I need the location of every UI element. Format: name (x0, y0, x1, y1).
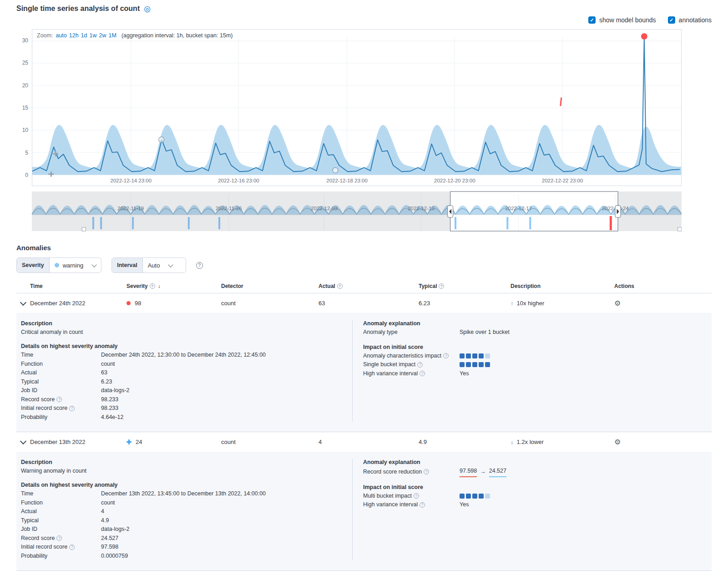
svg-text:2022-12-20 23:00: 2022-12-20 23:00 (434, 178, 475, 183)
detail-value: 98.233 (101, 395, 118, 404)
col-actual[interactable]: Actual ? (318, 283, 419, 289)
chevron-down-icon (20, 299, 26, 306)
zoom-link-1w[interactable]: 1w (90, 32, 97, 39)
help-icon[interactable]: ? (196, 262, 203, 269)
checkbox-checked-icon[interactable]: ✓ (668, 16, 675, 24)
main-chart-svg[interactable]: 2022-12-14 23:002022-12-16 23:002022-12-… (32, 30, 681, 186)
metric-viewer-icon: ◎ (144, 5, 151, 13)
actions-gear-icon[interactable]: ⚙ (608, 439, 621, 446)
info-icon: ? (417, 362, 423, 368)
anomaly-row[interactable]: December 24th 2022 98 count 63 6.23 ↑ 10… (16, 293, 712, 313)
collapse-row-button[interactable] (19, 438, 27, 445)
detail-label: Initial record score (21, 543, 67, 552)
aggregation-info: (aggregation interval: 1h, bucket span: … (121, 32, 233, 39)
zoom-links: auto12h1d1w2w1M (56, 32, 118, 39)
chevron-down-icon (92, 262, 97, 267)
details-heading: Details on highest severity anomaly (21, 482, 341, 488)
anomaly-explanation-heading: Anomaly explanation (363, 320, 705, 327)
detail-value: Yes (460, 500, 469, 509)
chart-area: 051015202530 Zoom: auto12h1d1w2w1M (aggr… (32, 29, 682, 232)
info-icon: ? (420, 502, 425, 508)
severity-filter[interactable]: Severity warning (16, 257, 101, 273)
detail-value: 4.9 (101, 516, 109, 525)
detail-value: 24.527 (101, 534, 118, 543)
severity-filter-value: warning (63, 262, 84, 269)
annotations-toggle[interactable]: ✓ annotations (668, 16, 712, 24)
context-chart-svg[interactable]: 2022-11-192022-11-262022-12-032022-12-10… (32, 191, 682, 232)
actual-value: 63 (318, 300, 419, 307)
detail-value: Yes (460, 369, 469, 378)
detail-label: Record score reduction (363, 468, 422, 477)
zoom-link-1d[interactable]: 1d (81, 32, 87, 39)
detail-label: Record score (21, 534, 55, 543)
info-icon: ? (420, 371, 425, 376)
detail-value: Spike over 1 bucket (460, 328, 510, 337)
checkbox-checked-icon[interactable]: ✓ (588, 16, 596, 24)
detail-value: 97.598 (101, 543, 118, 552)
sort-descending-icon: ↓ (158, 283, 161, 289)
typical-value: 6.23 (419, 300, 511, 307)
col-time[interactable]: Time (30, 283, 126, 289)
detail-value: December 24th 2022, 12:30:00 to December… (101, 351, 266, 360)
svg-text:2022-12-17: 2022-12-17 (505, 206, 532, 211)
zoom-link-2w[interactable]: 2w (99, 32, 106, 39)
detail-value: December 13th 2022, 13:45:00 to December… (101, 489, 266, 499)
detail-label: Typical (21, 378, 101, 387)
anomalies-table-header: Time Severity ? ↓ Detector Actual ? Typi… (16, 279, 712, 293)
interval-filter-label: Interval (112, 258, 142, 272)
interval-filter[interactable]: Interval Auto (111, 257, 186, 273)
timeseries-chart[interactable]: Zoom: auto12h1d1w2w1M (aggregation inter… (32, 29, 682, 186)
detail-label: Initial record score (21, 404, 67, 413)
actual-value: 4 (318, 439, 419, 445)
anomaly-description: 1.2x lower (517, 439, 544, 445)
severity-filter-label: Severity (17, 258, 50, 272)
zoom-label: Zoom: (37, 32, 53, 39)
detail-label: Record score (21, 395, 55, 404)
chevron-down-icon (20, 438, 26, 444)
col-detector[interactable]: Detector (221, 283, 318, 289)
detail-value: 0.0000759 (101, 552, 128, 561)
svg-text:2022-12-22 23:00: 2022-12-22 23:00 (542, 178, 583, 183)
zoom-link-auto[interactable]: auto (56, 32, 66, 39)
interval-filter-value: Auto (148, 262, 160, 269)
check-icon: ✓ (669, 17, 673, 23)
col-typical[interactable]: Typical ? (419, 283, 511, 289)
info-icon: ? (69, 545, 75, 550)
y-axis-label: 20 (16, 82, 28, 89)
single-metric-viewer-page: Single time series analysis of count ◎ ✓… (0, 0, 728, 580)
context-chart[interactable]: 2022-11-192022-11-262022-12-032022-12-10… (32, 191, 682, 232)
detail-value: data-logs-2 (101, 525, 130, 534)
annotations-label: annotations (679, 16, 712, 24)
page-header: Single time series analysis of count ◎ (16, 5, 712, 13)
zoom-link-12h[interactable]: 12h (69, 32, 79, 39)
collapse-row-button[interactable] (19, 299, 27, 306)
col-severity[interactable]: Severity ? ↓ (126, 283, 221, 289)
anomalies-heading: Anomalies (16, 244, 712, 252)
y-axis-label: 0 (16, 172, 28, 178)
description-heading: Description (21, 320, 341, 327)
detail-value: 63 (101, 368, 107, 378)
zoom-link-1M[interactable]: 1M (109, 32, 116, 39)
anomaly-row[interactable]: December 13th 2022 24 count 4 4.9 ↓ 1.2x… (16, 432, 712, 452)
severity-score: 98 (135, 300, 141, 307)
y-axis-label: 25 (16, 60, 28, 66)
info-icon: ? (443, 353, 449, 358)
anomaly-explanation-heading: Anomaly explanation (363, 459, 705, 465)
detail-label: Anomaly characteristics impact (363, 352, 441, 361)
col-description: Description (511, 283, 608, 289)
y-axis-label: 10 (16, 127, 28, 133)
actions-gear-icon[interactable]: ⚙ (608, 300, 621, 307)
y-axis-label: 5 (16, 150, 28, 156)
info-icon: ? (439, 283, 444, 289)
svg-text:2022-12-18 23:00: 2022-12-18 23:00 (326, 178, 368, 183)
severity-warning-dot-icon (55, 263, 59, 267)
check-icon: ✓ (590, 17, 594, 23)
warning-multibucket-plus-icon (126, 439, 131, 444)
detail-label: Function (21, 360, 101, 369)
anomalies-table: Time Severity ? ↓ Detector Actual ? Typi… (16, 279, 712, 571)
anomalies-filters: Severity warning Interval Auto ? (16, 257, 712, 273)
show-model-bounds-toggle[interactable]: ✓ show model bounds (588, 16, 656, 24)
detail-label: Probability (21, 413, 101, 422)
anomaly-details-panel: Description Warning anomaly in count Det… (16, 452, 712, 571)
detail-label: High variance interval (363, 369, 418, 378)
